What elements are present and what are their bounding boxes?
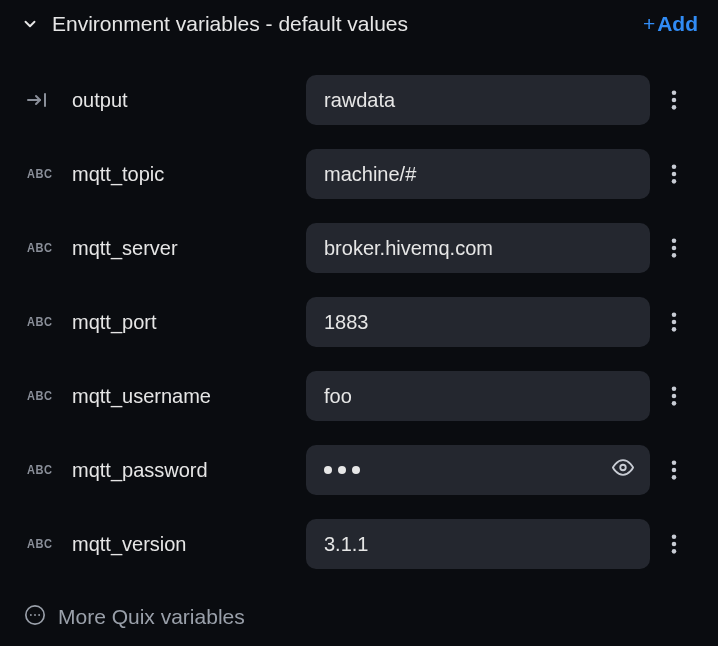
svg-point-22 <box>672 542 677 547</box>
abc-label: ABC <box>27 167 52 181</box>
abc-type-icon: ABC <box>20 315 72 329</box>
variable-row: ABCmqtt_version3.1.1 <box>20 508 698 580</box>
abc-type-icon: ABC <box>20 389 72 403</box>
kebab-icon <box>671 311 677 333</box>
variable-value-text: rawdata <box>324 89 395 112</box>
row-menu-button[interactable] <box>650 533 698 555</box>
variable-value-input[interactable]: broker.hivemq.com <box>306 223 650 273</box>
svg-point-3 <box>672 98 677 103</box>
svg-point-2 <box>672 90 677 95</box>
variable-row: ABCmqtt_password <box>20 434 698 506</box>
abc-label: ABC <box>27 315 52 329</box>
kebab-icon <box>671 237 677 259</box>
abc-type-icon: ABC <box>20 241 72 255</box>
svg-point-4 <box>672 105 677 110</box>
kebab-icon <box>671 89 677 111</box>
variable-name: mqtt_password <box>72 459 306 482</box>
abc-type-icon: ABC <box>20 167 72 181</box>
variable-value-input[interactable]: foo <box>306 371 650 421</box>
variable-row: ABCmqtt_topicmachine/# <box>20 138 698 210</box>
variable-value-input[interactable]: rawdata <box>306 75 650 125</box>
variable-value-text: 1883 <box>324 311 369 334</box>
variable-name: mqtt_server <box>72 237 306 260</box>
kebab-icon <box>671 459 677 481</box>
variable-name: mqtt_port <box>72 311 306 334</box>
variable-name: mqtt_topic <box>72 163 306 186</box>
variable-value-text: machine/# <box>324 163 416 186</box>
svg-point-14 <box>672 386 677 391</box>
svg-point-9 <box>672 246 677 251</box>
variable-value-input[interactable]: 1883 <box>306 297 650 347</box>
svg-point-19 <box>672 468 677 473</box>
section-title: Environment variables - default values <box>52 12 408 36</box>
header-left: Environment variables - default values <box>20 12 408 36</box>
chevron-down-icon[interactable] <box>20 14 40 34</box>
svg-point-16 <box>672 401 677 406</box>
kebab-icon <box>671 163 677 185</box>
svg-point-7 <box>672 179 677 184</box>
kebab-icon <box>671 533 677 555</box>
variable-value-text: broker.hivemq.com <box>324 237 493 260</box>
svg-point-10 <box>672 253 677 258</box>
variable-value-text: 3.1.1 <box>324 533 368 556</box>
svg-point-5 <box>672 164 677 169</box>
variable-value-input[interactable]: 3.1.1 <box>306 519 650 569</box>
abc-label: ABC <box>27 241 52 255</box>
svg-point-18 <box>672 460 677 465</box>
ellipsis-circle-icon <box>24 604 46 630</box>
svg-point-8 <box>672 238 677 243</box>
kebab-icon <box>671 385 677 407</box>
row-menu-button[interactable] <box>650 311 698 333</box>
variable-name: mqtt_version <box>72 533 306 556</box>
svg-point-23 <box>672 549 677 554</box>
abc-label: ABC <box>27 537 52 551</box>
variable-row: outputrawdata <box>20 64 698 136</box>
svg-point-12 <box>672 320 677 325</box>
more-variables-label: More Quix variables <box>58 605 245 629</box>
add-label: Add <box>657 12 698 35</box>
abc-label: ABC <box>27 389 52 403</box>
variable-row: ABCmqtt_serverbroker.hivemq.com <box>20 212 698 284</box>
variables-list: outputrawdataABCmqtt_topicmachine/#ABCmq… <box>20 52 698 580</box>
output-type-icon <box>20 92 72 108</box>
variable-name: output <box>72 89 306 112</box>
section-header: Environment variables - default values +… <box>20 4 698 52</box>
plus-icon: + <box>643 12 655 35</box>
variable-row: ABCmqtt_port1883 <box>20 286 698 358</box>
svg-point-15 <box>672 394 677 399</box>
more-variables-link[interactable]: More Quix variables <box>20 580 698 630</box>
variable-value-input[interactable]: machine/# <box>306 149 650 199</box>
eye-icon[interactable] <box>612 457 634 484</box>
variable-name: mqtt_username <box>72 385 306 408</box>
variable-value-text: foo <box>324 385 352 408</box>
password-mask <box>324 466 360 474</box>
svg-point-17 <box>620 465 626 471</box>
svg-point-20 <box>672 475 677 480</box>
row-menu-button[interactable] <box>650 237 698 259</box>
add-button[interactable]: +Add <box>643 12 698 36</box>
abc-type-icon: ABC <box>20 537 72 551</box>
svg-point-13 <box>672 327 677 332</box>
svg-point-11 <box>672 312 677 317</box>
svg-point-27 <box>38 614 40 616</box>
variable-row: ABCmqtt_usernamefoo <box>20 360 698 432</box>
row-menu-button[interactable] <box>650 459 698 481</box>
abc-label: ABC <box>27 463 52 477</box>
svg-point-26 <box>34 614 36 616</box>
svg-point-6 <box>672 172 677 177</box>
row-menu-button[interactable] <box>650 385 698 407</box>
row-menu-button[interactable] <box>650 89 698 111</box>
row-menu-button[interactable] <box>650 163 698 185</box>
abc-type-icon: ABC <box>20 463 72 477</box>
svg-point-25 <box>30 614 32 616</box>
variable-value-input[interactable] <box>306 445 650 495</box>
svg-point-21 <box>672 534 677 539</box>
